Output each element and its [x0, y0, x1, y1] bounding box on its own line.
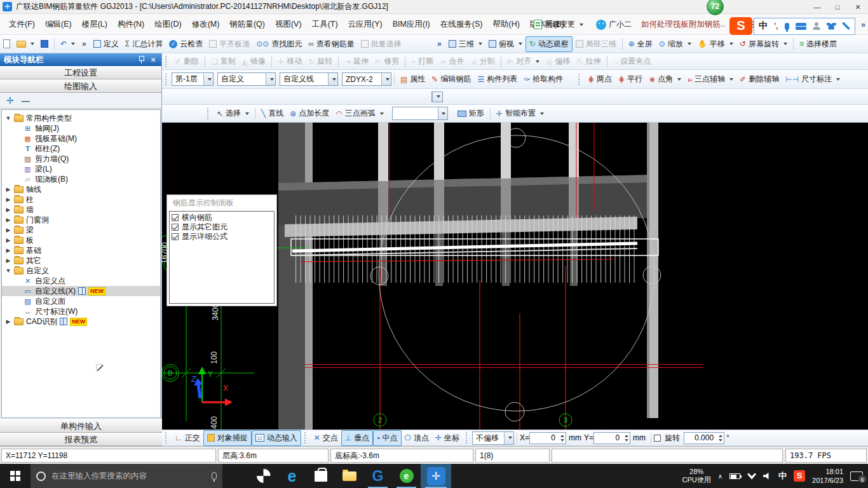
offset-mode-select[interactable]: 不偏移 — [472, 431, 514, 445]
tree-caret-icon[interactable]: ▶ — [5, 186, 11, 193]
menu-component[interactable]: 构件(N) — [112, 17, 149, 32]
rebar-display-panel[interactable]: 钢筋显示控制面板 横向钢筋 显示其它图元 显示详细公式 — [166, 194, 277, 306]
ime-settings-icon[interactable] — [843, 22, 850, 30]
new-file-button[interactable] — [0, 37, 13, 50]
delete-axis-button[interactable]: ✐删除辅轴 — [736, 72, 782, 86]
tree-item-dimension[interactable]: ↔尺寸标注(W) — [2, 306, 160, 316]
find-element-button[interactable]: ⊙⊙查找图元 — [253, 37, 305, 51]
arc-3pt-tool-button[interactable]: ◠三点画弧 — [332, 106, 386, 121]
panel-option-row[interactable]: 横向钢筋 — [172, 213, 272, 222]
smart-layout-button[interactable]: ✛智能布置 — [493, 106, 547, 121]
menu-help[interactable]: 帮助(H) — [487, 17, 524, 32]
tree-item-raft-foundation[interactable]: ▦筏板基础(M) — [2, 133, 160, 144]
tree-item-custom-line[interactable]: ▭自定义线(X)NEW — [2, 286, 160, 296]
battery-icon[interactable] — [729, 473, 740, 479]
intersection-snap-toggle[interactable]: ✕交点 — [311, 431, 341, 445]
taskbar-app-edge[interactable]: e — [278, 464, 306, 488]
checkbox-checked-icon[interactable] — [172, 214, 179, 221]
tree-folder-opening[interactable]: ▶门窗洞 — [2, 215, 160, 225]
toolbar-drag-handle[interactable] — [304, 432, 308, 444]
rotate-checkbox[interactable] — [654, 435, 661, 442]
view-rebar-button[interactable]: ∞查看钢筋量 — [305, 37, 358, 51]
tree-folder-slab[interactable]: ▶板 — [2, 235, 160, 245]
rectangle-tool-button[interactable]: 矩形 — [454, 106, 487, 121]
ime-keyboard-icon[interactable] — [796, 23, 806, 30]
object-snap-toggle[interactable]: 对象捕捉 — [203, 430, 252, 446]
spinner-up-icon[interactable] — [625, 435, 628, 437]
select-tool-button[interactable]: ↖选择 — [214, 106, 252, 121]
tree-caret-icon[interactable]: ▶ — [5, 207, 11, 213]
rotate-angle-stepper[interactable]: 0.000 — [684, 432, 724, 444]
point-angle-axis-button[interactable]: ⋇点角 — [646, 72, 684, 86]
tree-item-custom-point[interactable]: ✕自定义点 — [2, 276, 160, 286]
taskbar-search[interactable] — [31, 464, 222, 488]
search-input[interactable] — [51, 471, 206, 480]
two-point-axis-button[interactable]: ⋕两点 — [585, 72, 615, 86]
new-change-button[interactable]: 新建变更 — [531, 17, 587, 32]
view-3d-button[interactable]: 三维 — [445, 37, 485, 51]
tree-caret-icon[interactable]: ▶ — [5, 318, 11, 325]
tree-caret-icon[interactable]: ▼ — [5, 268, 11, 274]
ime-chinese-mode-icon[interactable]: 中 — [759, 20, 768, 32]
taskbar-app-explorer[interactable] — [335, 464, 363, 488]
component-list-button[interactable]: ☰构件列表 — [474, 72, 520, 86]
vertex-snap-toggle[interactable]: ⬠顶点 — [402, 431, 432, 445]
toolbar-drag-handle[interactable] — [578, 74, 581, 85]
ime-voice-icon[interactable] — [785, 23, 789, 30]
menu-cloud[interactable]: 云应用(Y) — [343, 17, 388, 32]
menu-view[interactable]: 视图(V) — [270, 17, 307, 32]
pick-component-button[interactable]: ✑拾取构件 — [520, 72, 566, 86]
x-coordinate-stepper[interactable]: 0 — [529, 432, 566, 444]
notification-center-icon[interactable]: 6 — [850, 471, 863, 481]
drawing-canvas[interactable]: 7 6 E B 2 3 700 3400 100 400 150 16700 — [162, 123, 868, 430]
assistant-button[interactable]: 广小二 — [593, 17, 635, 32]
tree-caret-icon[interactable]: ▶ — [5, 227, 11, 233]
overflow-chevron-icon[interactable]: » — [437, 39, 442, 48]
menu-draw[interactable]: 绘图(D) — [149, 17, 186, 32]
line-tool-button[interactable]: ╲直线 — [258, 106, 287, 121]
tree-caret-icon[interactable]: ▶ — [5, 196, 11, 203]
tree-folder-beam[interactable]: ▶梁 — [2, 225, 160, 235]
menu-rebar[interactable]: 钢筋量(Q) — [224, 17, 270, 32]
tree-caret-icon[interactable]: ▶ — [5, 217, 11, 223]
spinner-down-icon[interactable] — [560, 439, 564, 442]
menu-file[interactable]: 文件(F) — [4, 17, 40, 32]
menu-modify[interactable]: 修改(M) — [187, 17, 225, 32]
tree-item-cast-slab[interactable]: ▱现浇板(B) — [2, 174, 160, 184]
tree-item-common-types[interactable]: ▼常用构件类型 — [2, 113, 160, 123]
tree-folder-wall[interactable]: ▶墙 — [2, 205, 160, 215]
coordinate-snap-toggle[interactable]: ✛坐标 — [432, 431, 463, 445]
tray-expand-icon[interactable]: ∧ — [718, 473, 722, 480]
panel-option-row[interactable]: 显示其它图元 — [172, 222, 272, 232]
panel-option-row[interactable]: 显示详细公式 — [172, 232, 272, 241]
spinner-up-icon[interactable] — [560, 435, 564, 437]
overflow-chevron-icon[interactable]: » — [82, 39, 86, 48]
toolbar-drag-handle[interactable] — [207, 108, 210, 119]
project-settings-button[interactable]: 工程设置 — [0, 66, 161, 79]
zoom-button[interactable]: ⊙缩放 — [656, 37, 695, 51]
cloud-check-button[interactable]: ✓云检查 — [166, 37, 206, 51]
screen-rotate-button[interactable]: ↺屏幕旋转 — [736, 37, 790, 51]
tree-folder-other[interactable]: ▶其它 — [2, 255, 160, 266]
menu-online[interactable]: 在线服务(S) — [435, 17, 488, 32]
tree-caret-icon[interactable]: ▶ — [5, 257, 11, 264]
orbit-button[interactable]: ↻动态观察 — [526, 36, 573, 52]
collapse-all-icon[interactable]: — — [22, 96, 30, 105]
pan-button[interactable]: ✋平移 — [695, 37, 736, 51]
tree-item-frame-column[interactable]: T框柱(Z) — [2, 144, 160, 154]
sogou-tray-icon[interactable]: S — [794, 470, 805, 482]
start-button[interactable] — [0, 464, 31, 488]
open-file-button[interactable] — [13, 39, 37, 50]
spinner-down-icon[interactable] — [625, 439, 628, 442]
expand-all-icon[interactable]: ✛ — [6, 95, 14, 105]
tree-caret-icon[interactable]: ▼ — [5, 115, 11, 121]
tree-folder-axis[interactable]: ▶轴线 — [2, 184, 160, 194]
taskbar-app-ggj-active[interactable]: ✛ — [421, 464, 451, 488]
close-button[interactable]: ✕ — [848, 0, 868, 14]
menu-bim[interactable]: BIM应用(I) — [388, 17, 435, 32]
checkbox-checked-icon[interactable] — [172, 224, 179, 231]
tree-item-shear-wall[interactable]: ▨剪力墙(Q) — [2, 154, 160, 164]
overflow-chevron-icon[interactable]: » — [861, 20, 865, 29]
midpoint-snap-toggle[interactable]: ▪中点 — [373, 430, 401, 446]
edit-rebar-button[interactable]: ✎编辑钢筋 — [428, 72, 474, 86]
